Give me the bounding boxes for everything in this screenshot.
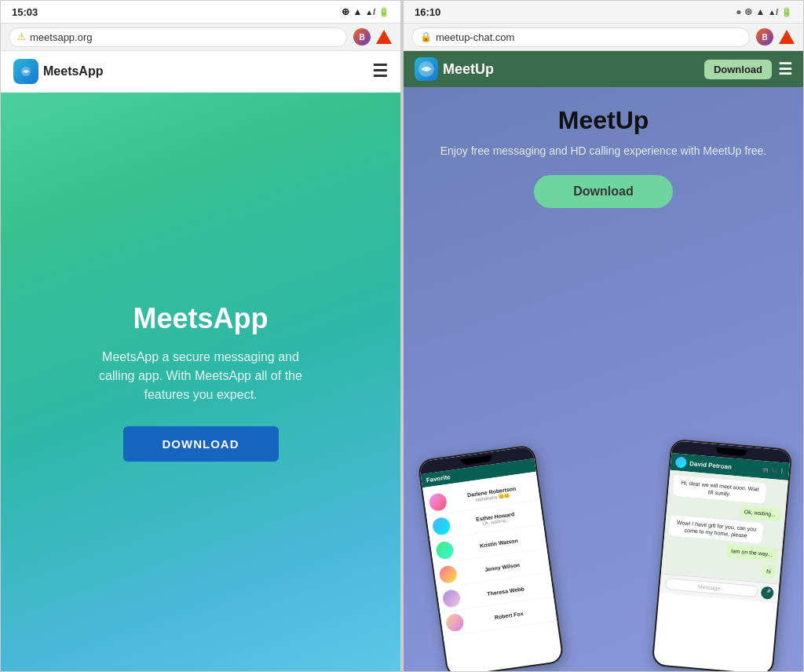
meetup-hero: MeetUp Enjoy free messaging and HD calli… bbox=[404, 87, 803, 671]
right-time: 16:10 bbox=[415, 6, 440, 18]
battery-icon-right: 🔋 bbox=[781, 7, 792, 17]
chat-name: Jenny Wilson bbox=[460, 558, 544, 575]
send-button[interactable]: 🎤 bbox=[761, 586, 774, 599]
meetup-logo-svg bbox=[415, 57, 438, 81]
meetsapp-navbar: MeetsApp ☰ bbox=[1, 51, 400, 93]
send-icon: 🎤 bbox=[763, 589, 772, 597]
avatar bbox=[432, 517, 451, 536]
avatar bbox=[445, 613, 465, 633]
chat-icons: 📹 📞 ⋮ bbox=[762, 466, 784, 474]
meetup-menu-icon[interactable]: ☰ bbox=[778, 60, 792, 79]
chat-info: Jenny Wilson bbox=[460, 558, 544, 575]
left-address-bar: ⚠ meetsapp.org B bbox=[1, 23, 400, 51]
right-address-bar: 🔒 meetup-chat.com B bbox=[404, 23, 803, 51]
meetup-logo: MeetUp bbox=[415, 57, 494, 81]
chat-info: Theresa Webb bbox=[463, 583, 547, 600]
meetup-nav-right: Download ☰ bbox=[704, 60, 792, 79]
left-browser-buttons: B bbox=[353, 28, 393, 46]
message-bubble: Ok, waiting... bbox=[739, 505, 781, 522]
phone-mockups-container: Favorite Darlene Robertson Hahahaha 😊😊 E bbox=[416, 224, 791, 671]
left-url-text: meetsapp.org bbox=[30, 31, 93, 43]
meetup-logo-text: MeetUp bbox=[443, 61, 494, 78]
chat-info: Esther Howard Ok, waiting... bbox=[453, 508, 538, 530]
chat-list: Darlene Robertson Hahahaha 😊😊 Esther How… bbox=[422, 472, 557, 641]
chat-messages-area: Hi, dear we will meet soon. Wait till su… bbox=[661, 470, 788, 583]
avatar bbox=[435, 541, 455, 561]
lock-icon: 🔒 bbox=[420, 31, 432, 42]
right-status-icons: ● ⊛ ▲ ▲/ 🔋 bbox=[736, 6, 792, 17]
chat-info: Robert Fox bbox=[467, 607, 551, 624]
chat-list-phone-mockup: Favorite Darlene Robertson Hahahaha 😊😊 E bbox=[417, 444, 565, 671]
left-phone: 15:03 ⊕ ▲ ▲/ 🔋 ⚠ meetsapp.org B bbox=[0, 0, 401, 672]
location-icon: ⊕ bbox=[342, 6, 349, 17]
right-url-text: meetup-chat.com bbox=[436, 31, 514, 43]
chat-name: Robert Fox bbox=[467, 607, 551, 624]
right-browser-buttons: B bbox=[756, 28, 795, 46]
message-bubble: Wow! I have gift for you, can you come t… bbox=[669, 515, 763, 543]
meetsapp-logo-text: MeetsApp bbox=[43, 64, 103, 79]
rotate-icon: ⊛ bbox=[744, 6, 752, 17]
right-phone: 16:10 ● ⊛ ▲ ▲/ 🔋 🔒 meetup-chat.com B bbox=[403, 0, 804, 672]
meetup-logo-icon bbox=[415, 57, 438, 81]
contact-avatar bbox=[675, 456, 687, 468]
signal-icon-right: ▲/ bbox=[768, 8, 778, 16]
message-bubble: hi bbox=[762, 564, 777, 579]
meetsapp-download-button[interactable]: DOWNLOAD bbox=[123, 426, 279, 462]
message-input-placeholder[interactable]: Message... bbox=[664, 578, 758, 597]
signal-icon: ▲/ bbox=[365, 8, 375, 16]
bat-icon-right[interactable] bbox=[778, 28, 795, 46]
warning-icon: ⚠ bbox=[17, 31, 26, 42]
avatar bbox=[442, 589, 462, 608]
chat-info: Kristin Watson bbox=[457, 534, 541, 551]
meetup-navbar: MeetUp Download ☰ bbox=[404, 51, 803, 87]
phone-notch-right bbox=[715, 447, 747, 456]
left-url-box[interactable]: ⚠ meetsapp.org bbox=[9, 27, 347, 47]
meetsapp-menu-icon[interactable]: ☰ bbox=[372, 61, 388, 82]
meetsapp-hero: MeetsApp MeetsApp a secure messaging and… bbox=[1, 93, 400, 671]
brave-icon[interactable]: B bbox=[353, 28, 371, 46]
battery-icon: 🔋 bbox=[378, 7, 389, 17]
wifi-icon-right: ▲ bbox=[755, 6, 765, 17]
meetsapp-logo: MeetsApp bbox=[13, 59, 103, 84]
left-time: 15:03 bbox=[12, 6, 38, 18]
circle-icon: ● bbox=[736, 6, 741, 17]
wa-title-left: Favorite bbox=[426, 473, 451, 484]
avatar bbox=[428, 492, 448, 512]
right-status-bar: 16:10 ● ⊛ ▲ ▲/ 🔋 bbox=[404, 1, 803, 23]
wifi-icon: ▲ bbox=[353, 6, 362, 17]
meetup-hero-title: MeetUp bbox=[558, 106, 649, 135]
meetsapp-logo-icon bbox=[13, 59, 38, 84]
right-url-box[interactable]: 🔒 meetup-chat.com bbox=[411, 27, 750, 47]
message-bubble: Iam on the way... bbox=[725, 544, 777, 562]
logo-svg bbox=[19, 64, 33, 79]
chat-name: Kristin Watson bbox=[457, 534, 541, 551]
message-bubble: Hi, dear we will meet soon. Wait till su… bbox=[673, 475, 767, 503]
meetsapp-hero-title: MeetsApp bbox=[133, 302, 268, 335]
brave-icon-right[interactable]: B bbox=[756, 28, 773, 46]
chat-name: Theresa Webb bbox=[463, 583, 547, 600]
phone-notch-left bbox=[461, 455, 493, 466]
avatar bbox=[438, 564, 458, 584]
left-status-bar: 15:03 ⊕ ▲ ▲/ 🔋 bbox=[1, 1, 400, 23]
meetup-hero-description: Enjoy free messaging and HD calling expe… bbox=[440, 143, 767, 159]
meetsapp-hero-description: MeetsApp a secure messaging and calling … bbox=[99, 348, 303, 404]
meetup-nav-download-button[interactable]: Download bbox=[704, 60, 772, 79]
chat-messages-phone-mockup: David Petroan 📹 📞 ⋮ Hi, dear we will mee… bbox=[652, 439, 793, 671]
contact-name: David Petroan bbox=[689, 459, 732, 470]
left-status-icons: ⊕ ▲ ▲/ 🔋 bbox=[342, 6, 389, 17]
meetup-download-button[interactable]: Download bbox=[534, 175, 672, 208]
bat-icon[interactable] bbox=[375, 28, 393, 46]
